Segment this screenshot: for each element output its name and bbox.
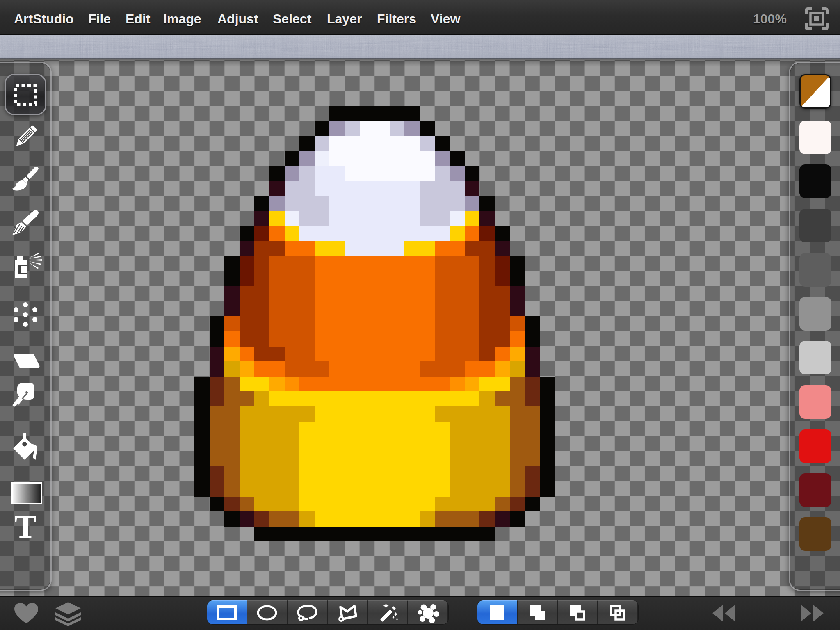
svg-text:T: T <box>14 511 36 545</box>
